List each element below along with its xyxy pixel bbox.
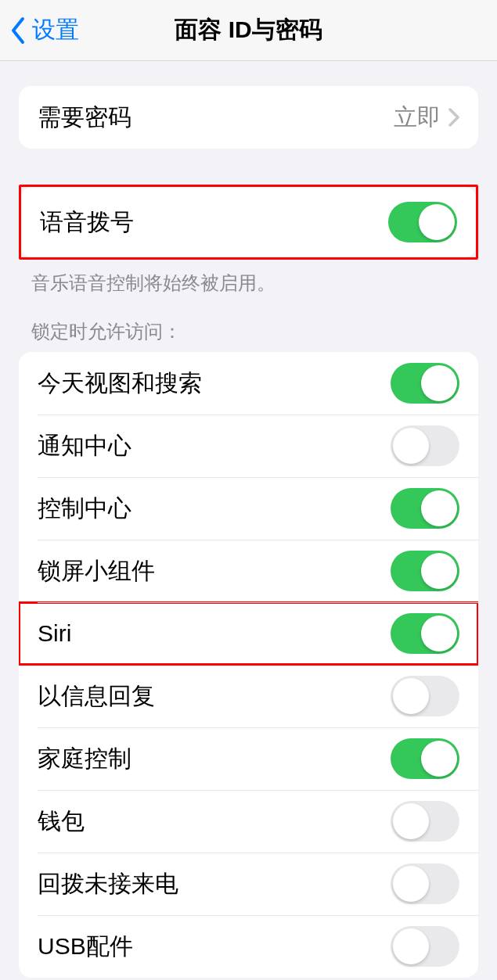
cell-locked-item: 锁屏小组件: [19, 540, 478, 602]
switch-knob: [421, 490, 457, 526]
cell-label: 今天视图和搜索: [38, 368, 202, 400]
toggle-switch[interactable]: [391, 488, 459, 529]
switch-knob: [421, 741, 457, 777]
cell-label: 需要密码: [38, 102, 131, 134]
switch-knob: [421, 616, 457, 652]
cell-voice-dial: 语音拨号: [21, 187, 476, 257]
switch-knob: [419, 204, 455, 240]
toggle-switch[interactable]: [391, 676, 459, 716]
cell-label: 以信息回复: [38, 680, 155, 713]
toggle-switch[interactable]: [391, 738, 459, 779]
toggle-switch[interactable]: [391, 863, 459, 904]
highlight-voice-dial: 语音拨号: [19, 185, 478, 260]
voice-dial-switch[interactable]: [388, 202, 457, 242]
voice-dial-footer: 音乐语音控制将始终被启用。: [31, 271, 466, 296]
toggle-switch[interactable]: [391, 613, 459, 654]
cell-label: Siri: [38, 620, 71, 647]
cell-locked-item: 以信息回复: [19, 665, 478, 727]
cell-label: 通知中心: [38, 430, 131, 462]
toggle-switch[interactable]: [391, 801, 459, 842]
cell-locked-item: 控制中心: [19, 477, 478, 540]
toggle-switch[interactable]: [391, 425, 459, 466]
toggle-switch[interactable]: [391, 551, 459, 591]
cell-locked-item: 家庭控制: [19, 727, 478, 790]
cell-label: 语音拨号: [40, 206, 134, 239]
chevron-right-icon: [448, 108, 459, 127]
switch-knob: [421, 365, 457, 401]
cell-locked-item: 回拨未接来电: [19, 853, 478, 915]
cell-require-passcode[interactable]: 需要密码 立即: [19, 86, 478, 149]
switch-knob: [393, 803, 429, 839]
cell-value: 立即: [394, 102, 441, 134]
cell-label: 回拨未接来电: [38, 868, 178, 900]
back-button[interactable]: 设置: [0, 14, 79, 46]
cell-label: 家庭控制: [38, 743, 131, 775]
cell-label: 锁屏小组件: [38, 555, 155, 587]
locked-access-header: 锁定时允许访问：: [31, 319, 466, 344]
cell-locked-item: USB配件: [19, 915, 478, 978]
navbar: 设置 面容 ID与密码: [0, 0, 497, 61]
cell-label: USB配件: [38, 931, 133, 963]
toggle-switch[interactable]: [391, 926, 459, 967]
switch-knob: [393, 866, 429, 902]
switch-knob: [393, 428, 429, 464]
cell-locked-item: 今天视图和搜索: [19, 352, 478, 415]
toggle-switch[interactable]: [391, 363, 459, 404]
group-locked-access: 今天视图和搜索通知中心控制中心锁屏小组件Siri以信息回复家庭控制钱包回拨未接来…: [19, 352, 478, 978]
cell-label: 控制中心: [38, 493, 131, 525]
back-label: 设置: [32, 14, 79, 46]
switch-knob: [393, 928, 429, 964]
cell-locked-item: 通知中心: [19, 415, 478, 477]
group-require-passcode: 需要密码 立即: [19, 86, 478, 149]
cell-label: 钱包: [38, 806, 85, 838]
switch-knob: [421, 553, 457, 589]
cell-locked-item: 钱包: [19, 790, 478, 853]
chevron-left-icon: [9, 16, 26, 45]
switch-knob: [393, 678, 429, 714]
cell-locked-item: Siri: [19, 602, 478, 665]
cell-right: 立即: [394, 102, 459, 134]
